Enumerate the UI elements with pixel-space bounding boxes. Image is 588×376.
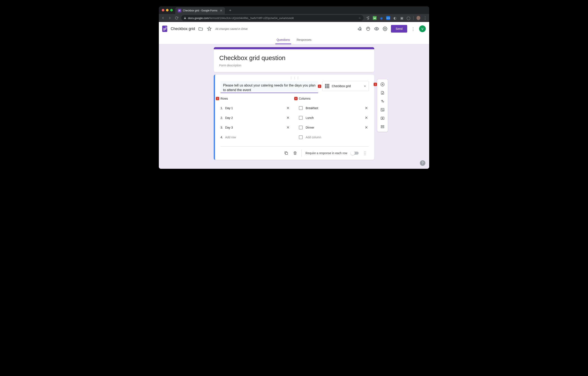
remove-column-icon[interactable]: ✕: [364, 115, 369, 120]
question-more-icon[interactable]: ⋮: [362, 151, 368, 156]
remove-row-icon[interactable]: ✕: [285, 115, 290, 120]
forms-app: Checkbox grid All changes saved in Drive…: [159, 22, 429, 169]
svg-rect-2: [179, 11, 180, 11]
new-tab-button[interactable]: ＋: [228, 8, 232, 13]
extension-new-icon[interactable]: NEW: [386, 16, 390, 20]
add-question-button[interactable]: 1: [378, 80, 387, 88]
import-questions-button[interactable]: [378, 88, 387, 97]
question-type-dropdown[interactable]: 2 Checkbox grid ▼: [322, 81, 369, 91]
require-toggle[interactable]: [351, 152, 359, 155]
window-controls: [162, 9, 173, 11]
columns-section: 4 Columns Breakfast ✕ Lunch ✕: [299, 97, 369, 142]
badge-1: 1: [374, 83, 377, 86]
account-avatar[interactable]: V: [419, 25, 426, 32]
question-footer: Require a response in each row ⋮: [220, 146, 369, 160]
row-input[interactable]: Day 2: [225, 116, 285, 120]
checkbox-icon: [299, 135, 303, 139]
floating-toolbar: 1: [377, 79, 388, 132]
preview-icon[interactable]: [374, 26, 379, 31]
row-number: 2.: [220, 116, 225, 120]
row-item: 2. Day 2 ✕: [220, 113, 290, 123]
drag-handle-icon[interactable]: ⋮⋮⋮: [220, 76, 369, 80]
settings-icon[interactable]: [382, 26, 388, 31]
column-item: Lunch ✕: [299, 113, 369, 123]
add-title-button[interactable]: [378, 97, 387, 106]
remove-column-icon[interactable]: ✕: [364, 125, 369, 130]
require-label: Require a response in each row: [305, 151, 347, 155]
form-tabs: Questions Responses: [159, 35, 429, 44]
forms-favicon-icon: [178, 9, 181, 12]
remove-column-icon[interactable]: ✕: [364, 106, 369, 111]
column-item: Breakfast ✕: [299, 103, 369, 113]
form-description[interactable]: Form description: [219, 64, 369, 67]
question-type-label: Checkbox grid: [332, 84, 361, 88]
tab-responses[interactable]: Responses: [293, 35, 315, 44]
extension-icon[interactable]: ▣: [400, 16, 404, 20]
svg-point-8: [385, 28, 386, 29]
app-header: Checkbox grid All changes saved in Drive…: [159, 22, 429, 35]
badge-4: 4: [294, 97, 298, 100]
form-heading[interactable]: Checkbox grid question: [219, 54, 369, 62]
extension-icon[interactable]: ◐: [393, 16, 397, 20]
badge-3: 3: [216, 97, 219, 100]
delete-icon[interactable]: [293, 151, 298, 156]
checkbox-icon: [299, 116, 303, 120]
remove-row-icon[interactable]: ✕: [285, 125, 290, 130]
row-item: 1. Day 1 ✕: [220, 103, 290, 113]
divider: [301, 150, 302, 156]
column-item: Dinner ✕: [299, 123, 369, 133]
svg-point-5: [368, 28, 368, 28]
extension-icon[interactable]: ◉: [379, 16, 383, 20]
bookmark-star-icon[interactable]: ☆: [358, 16, 361, 20]
row-item: 3. Day 3 ✕: [220, 123, 290, 133]
add-row[interactable]: 4. Add row: [220, 133, 290, 142]
column-input[interactable]: Breakfast: [306, 106, 364, 110]
forward-button[interactable]: [168, 16, 172, 20]
palette-icon[interactable]: [366, 26, 371, 31]
maximize-window-button[interactable]: [170, 9, 173, 11]
question-text: Please tell us about your catering needs…: [223, 83, 315, 93]
extension-icon[interactable]: ◯: [407, 16, 410, 20]
tab-questions[interactable]: Questions: [273, 35, 293, 44]
row-input[interactable]: Day 1: [225, 106, 285, 110]
reload-button[interactable]: [174, 16, 179, 20]
column-input[interactable]: Dinner: [306, 126, 364, 129]
duplicate-icon[interactable]: [284, 151, 289, 156]
row-input[interactable]: Day 3: [225, 126, 285, 129]
addons-icon[interactable]: [357, 26, 362, 31]
row-number: 3.: [220, 126, 225, 129]
send-button[interactable]: Send: [391, 25, 407, 33]
profile-avatar-icon[interactable]: [417, 16, 420, 20]
svg-rect-0: [179, 10, 180, 10]
svg-rect-11: [381, 108, 384, 111]
checkbox-icon: [299, 126, 303, 129]
browser-menu-button[interactable]: ⋮: [423, 16, 427, 20]
address-bar[interactable]: docs.google.com/forms/d/1H4vJUn-UQziz04A…: [181, 15, 364, 21]
browser-tab[interactable]: Checkbox grid - Google Forms ✕: [175, 7, 225, 14]
chevron-down-icon: ▼: [364, 85, 366, 87]
add-image-button[interactable]: [378, 106, 387, 114]
help-button[interactable]: ?: [420, 160, 425, 166]
extension-mail-icon[interactable]: [373, 16, 377, 20]
save-status: All changes saved in Drive: [215, 27, 248, 31]
more-menu-button[interactable]: ⋮: [410, 26, 416, 31]
star-icon[interactable]: [207, 26, 212, 31]
folder-icon[interactable]: [198, 26, 203, 31]
add-video-button[interactable]: [378, 114, 387, 122]
rows-label: Rows: [220, 97, 290, 100]
add-section-button[interactable]: [378, 122, 387, 131]
question-card[interactable]: ⋮⋮⋮ Please tell us about your catering n…: [214, 75, 374, 160]
back-button[interactable]: [161, 16, 165, 20]
form-title-card[interactable]: Checkbox grid question Form description: [214, 47, 374, 72]
remove-row-icon[interactable]: ✕: [285, 106, 290, 111]
add-column[interactable]: Add column: [299, 133, 369, 142]
form-title[interactable]: Checkbox grid: [171, 27, 195, 31]
svg-point-6: [369, 28, 369, 29]
extension-drive-icon[interactable]: [366, 16, 370, 20]
close-window-button[interactable]: [162, 9, 164, 11]
column-input[interactable]: Lunch: [306, 116, 364, 120]
question-text-input[interactable]: Please tell us about your catering needs…: [220, 81, 318, 93]
forms-logo-icon[interactable]: [162, 26, 167, 32]
close-tab-icon[interactable]: ✕: [220, 9, 222, 12]
minimize-window-button[interactable]: [166, 9, 168, 11]
